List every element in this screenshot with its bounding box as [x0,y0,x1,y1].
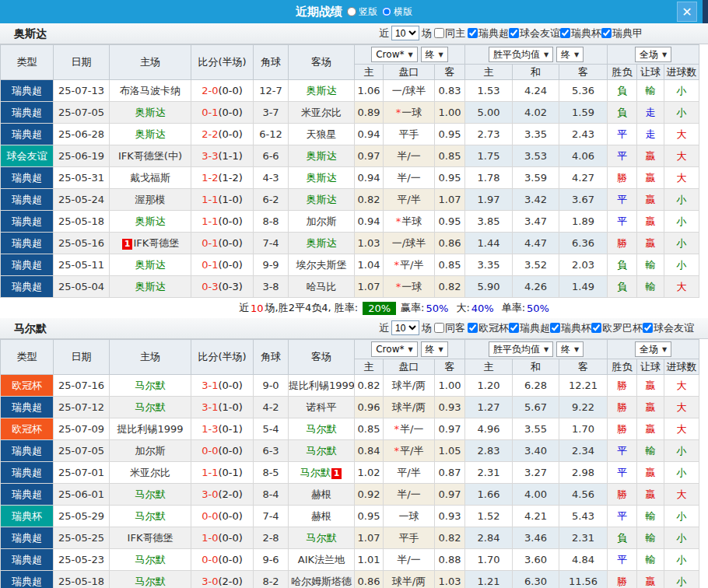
handicap-line-cell: *平/半 [384,440,435,462]
wdl-avg-select[interactable]: 胜平负均值▼ [489,47,553,62]
league-type-cell: 瑞典超 [1,189,54,211]
away-team-cell: 马尔默 [289,440,355,462]
league-filter-checkbox[interactable] [468,28,478,38]
avg-home-odds-cell: 1.53 [465,80,513,102]
col-result-wdl: 胜负 [608,359,637,375]
handicap-line-cell: *平/半 [384,254,435,276]
avg-away-odds-cell: 6.36 [559,233,608,254]
avg-draw-odds-cell: 4.47 [513,233,559,254]
same-venue-filter[interactable]: 同客 [434,321,465,335]
changed-line-star: * [396,107,401,118]
league-filter-checkbox[interactable] [509,28,519,38]
corner-cell: 4-2 [254,397,289,418]
league-filter-checkbox[interactable] [643,323,653,333]
team-header: 奥斯达 近 10 场 同主 瑞典超球会友谊瑞典杯瑞典甲 [0,23,708,44]
league-filter[interactable]: 瑞典杯 [560,26,601,40]
team-name-text: 哈尔姆斯塔德 [291,576,352,587]
corner-cell: 4-3 [254,167,289,189]
match-row: 瑞典超25-07-12马尔默3-1(1-0)4-2诺科平0.96球半/两0.93… [1,397,699,418]
result-handicap-cell: 贏 [637,211,664,233]
team-name-text: 戴戈福斯 [130,172,170,184]
league-filter-checkbox[interactable] [591,323,601,333]
horizontal-radio[interactable] [382,7,391,16]
team-name-text: 奥斯达 [135,281,166,292]
league-filter-checkbox[interactable] [509,323,519,333]
league-filter[interactable]: 瑞典甲 [601,26,643,40]
avg-draw-odds-cell: 3.47 [513,211,559,233]
fullmatch-select[interactable]: 全场▼ [635,341,671,357]
match-row: 瑞典超25-05-31戴戈福斯1-2(1-2)4-3奥斯达0.94半/一0.95… [1,167,699,189]
avg-home-odds-cell: 1.66 [465,484,513,506]
avg-draw-odds-cell: 3.40 [513,440,559,462]
recent-count-select[interactable]: 10 [391,320,419,335]
layout-option-horizontal[interactable]: 横版 [382,5,412,19]
avg-draw-odds-cell: 6.30 [513,571,559,588]
layout-option-vertical[interactable]: 竖版 [347,5,377,19]
home-team-cell: 1IFK哥德堡 [110,233,191,254]
result-handicap-cell: 輸 [637,276,664,298]
away-team-cell: 哈尔姆斯塔德 [289,571,355,588]
handicap-away-odds-cell: 0.82 [435,276,465,298]
final-select-1[interactable]: 终▼ [421,341,448,357]
score-cell: 2-0(0-0) [191,80,254,102]
vertical-radio[interactable] [347,7,356,16]
handicap-away-odds-cell: 0.85 [435,145,465,167]
team-section-1: 奥斯达 近 10 场 同主 瑞典超球会友谊瑞典杯瑞典甲 [0,23,708,318]
final-select-1[interactable]: 终▼ [421,47,448,62]
fullmatch-select[interactable]: 全场▼ [635,47,671,62]
result-handicap-cell: 贏 [637,375,664,397]
result-handicap-cell: 贏 [637,397,664,418]
league-filter-checkbox[interactable] [550,323,560,333]
avg-away-odds-cell: 4.06 [559,145,608,167]
recent-count-select[interactable]: 10 [391,26,419,40]
corner-cell: 6-12 [254,124,289,145]
result-handicap-cell: 輸 [637,527,664,549]
avg-away-odds-cell: 4.84 [559,549,608,571]
col-handicap-away: 客 [435,65,465,80]
team-name-text: 赫根 [311,510,331,522]
league-filter[interactable]: 欧冠杯 [468,321,509,335]
final-select-2[interactable]: 终▼ [556,341,584,357]
close-button[interactable]: ✕ [677,2,697,22]
match-row: 瑞典超25-05-18马尔默3-0(2-0)8-2哈尔姆斯塔德0.86球半/两1… [1,571,699,588]
league-type-cell: 球会友谊 [1,145,54,167]
corner-cell: 6-2 [254,189,289,211]
league-filter[interactable]: 瑞典超 [509,321,550,335]
final-select-2[interactable]: 终▼ [556,47,584,62]
avg-draw-odds-cell: 4.21 [513,506,559,527]
league-filter[interactable]: 球会友谊 [509,26,560,40]
league-filter-checkbox[interactable] [560,28,570,38]
win-rate-badge: 20% [363,302,396,315]
crow-select[interactable]: Crow*▼ [371,47,417,62]
corner-cell: 3-8 [254,276,289,298]
crow-select[interactable]: Crow*▼ [371,341,417,357]
same-venue-filter[interactable]: 同主 [434,26,465,40]
league-filter-checkbox[interactable] [468,323,478,333]
league-filter[interactable]: 欧罗巴杯 [591,321,643,335]
fulltime-score: 0-1 [202,237,218,249]
league-filter-checkbox[interactable] [601,28,612,38]
match-row: 瑞典杯25-05-29马尔默0-0(0-0)7-4赫根0.95一球0.931.5… [1,506,699,527]
team-name-text: 赫根 [311,488,331,500]
team-name-text: 马尔默 [135,488,166,500]
result-wdl-cell: 勝 [608,484,637,506]
away-team-cell: 提比利锡19991 [289,375,355,397]
league-filter[interactable]: 瑞典杯 [550,321,591,335]
score-cell: 1-1(0-0) [191,211,254,233]
result-handicap-cell: 輸 [637,440,664,462]
team-name-text: 马尔默 [307,423,337,435]
same-venue-checkbox[interactable] [434,323,444,333]
league-filter[interactable]: 瑞典超 [468,26,509,40]
halftime-score: (0-0) [218,259,242,271]
result-handicap-cell: 贏 [637,484,664,506]
col-score: 比分(半场) [191,45,254,80]
wdl-avg-select[interactable]: 胜平负均值▼ [489,341,553,357]
handicap-line-cell: 一/球半 [384,80,435,102]
date-cell: 25-06-19 [54,145,110,167]
league-type-cell: 瑞典超 [1,254,54,276]
same-venue-checkbox[interactable] [434,28,444,38]
recent-results-popup: 近期战绩 竖版 横版 ✕ 奥斯达 近 10 场 同主 [0,0,708,588]
home-team-cell: 奥斯达 [110,124,191,145]
handicap-line-cell: *半/一 [384,418,435,440]
league-filter[interactable]: 球会友谊 [643,321,694,335]
